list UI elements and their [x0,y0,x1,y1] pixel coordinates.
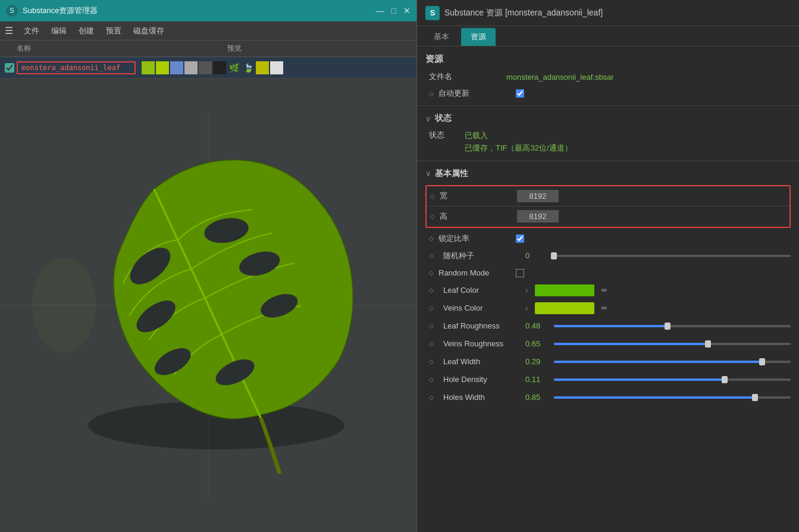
swatch-7 [256,61,269,74]
close-button[interactable]: ✕ [403,6,411,15]
leaf-roughness-thumb[interactable] [665,323,670,330]
height-input[interactable] [517,210,559,223]
hole-density-diamond: ◇ [429,376,434,383]
leaf-color-edit-icon[interactable]: ✏ [601,286,607,295]
holes-width-diamond: ◇ [429,394,434,400]
filename-row: 文件名 monstera_adansonii_leaf.sbsar [417,68,799,85]
menu-preset[interactable]: 预置 [101,23,126,39]
random-mode-diamond: ◇ [429,270,434,276]
veins-roughness-track[interactable] [554,343,791,345]
hole-density-track[interactable] [554,378,791,381]
tab-basic[interactable]: 基本 [424,28,459,46]
table-row[interactable]: monstera_adansonii_leaf 🌿 🍃 [0,57,416,79]
table-header: 名称 预览 [0,40,416,57]
leaf-width-row: ◇ Leaf Width 0.29 [417,353,799,371]
veins-color-swatch[interactable] [535,302,594,314]
status-line-2: 已缓存，TIF（最高32位/通道） [465,142,572,155]
swatch-1 [142,61,155,74]
status-line-1: 已载入 [465,130,572,142]
svg-point-11 [32,257,96,353]
leaf-roughness-value: 0.48 [525,321,549,330]
swatch-icon-1: 🌿 [227,61,240,74]
auto-update-checkbox[interactable] [516,89,524,98]
tab-resource[interactable]: 资源 [461,28,496,46]
width-diamond: ◇ [430,193,435,199]
viewport [0,79,416,532]
hole-density-row: ◇ Hole Density 0.11 [417,371,799,389]
basic-props-header[interactable]: ∨ 基本属性 [417,165,799,183]
veins-color-edit-icon[interactable]: ✏ [601,304,607,312]
swatch-3 [170,61,183,74]
maximize-button[interactable]: □ [391,6,396,15]
hole-density-thumb[interactable] [722,376,728,383]
leaf-width-fill [554,361,762,363]
random-seed-thumb[interactable] [551,252,557,259]
lock-ratio-checkbox[interactable] [516,234,524,243]
title-bar: S Substance资源管理器 — □ ✕ [0,0,416,21]
veins-color-diamond: ◇ [429,305,434,311]
preview-swatches: 🌿 🍃 [142,61,283,74]
basic-props-title: 基本属性 [435,168,468,179]
row-name: monstera_adansonii_leaf [17,61,136,74]
menu-disk-cache[interactable]: 磁盘缓存 [129,23,169,39]
height-row: ◇ 高 [427,206,789,227]
swatch-5 [199,61,212,74]
status-label: 状态 [429,130,465,140]
hamburger-icon[interactable]: ☰ [5,25,13,36]
left-panel: S Substance资源管理器 — □ ✕ ☰ 文件 编辑 创建 预置 磁盘缓… [0,0,416,532]
leaf-color-label: Leaf Color [443,286,521,295]
divider-2 [417,161,799,161]
height-label: 高 [440,211,517,222]
height-diamond: ◇ [430,213,435,220]
leaf-color-arrow-icon: › [525,286,528,295]
title-bar-left: S Substance资源管理器 [6,5,98,17]
random-seed-row: ◇ 随机种子 0 [417,247,799,265]
holes-width-label: Holes Width [443,393,521,402]
random-seed-diamond: ◇ [429,252,434,259]
swatch-2 [156,61,169,74]
hole-density-fill [554,378,725,381]
section-title-resource: 资源 [417,46,799,68]
holes-width-thumb[interactable] [752,394,758,401]
leaf-roughness-fill [554,325,668,327]
status-values: 已载入 已缓存，TIF（最高32位/通道） [465,130,572,155]
filename-label: 文件名 [429,71,506,82]
swatch-8 [270,61,283,74]
leaf-width-track[interactable] [554,361,791,363]
leaf-width-label: Leaf Width [443,357,521,366]
veins-roughness-thumb[interactable] [705,340,711,348]
leaf-roughness-track[interactable] [554,325,791,327]
menu-file[interactable]: 文件 [19,23,44,39]
window-controls: — □ ✕ [376,6,411,15]
leaf-width-thumb[interactable] [759,358,765,365]
width-input[interactable] [517,190,559,202]
status-arrow-icon: ∨ [425,114,431,123]
menu-create[interactable]: 创建 [74,23,99,39]
status-section-header[interactable]: ∨ 状态 [417,109,799,127]
leaf-color-swatch[interactable] [535,284,594,296]
dimension-highlighted-section: ◇ 宽 ◇ 高 [425,185,791,228]
holes-width-track[interactable] [554,396,791,399]
hole-density-value: 0.11 [525,375,549,384]
row-checkbox[interactable] [5,63,14,73]
app-title: Substance资源管理器 [23,5,98,16]
veins-color-row: ◇ Veins Color › ✏ [417,299,799,317]
divider-1 [417,105,799,106]
veins-roughness-row: ◇ Veins Roughness 0.65 [417,335,799,353]
right-panel: S Substance 资源 [monstera_adansonii_leaf]… [416,0,799,532]
lock-ratio-diamond: ◇ [429,235,434,242]
random-mode-checkbox[interactable] [516,269,524,277]
leaf-preview [0,79,416,532]
app-icon: S [6,5,18,17]
right-title-text: Substance 资源 [monstera_adansonii_leaf] [444,8,603,18]
substance-icon: S [425,6,440,20]
random-seed-track[interactable] [554,255,791,257]
menu-bar: ☰ 文件 编辑 创建 预置 磁盘缓存 [0,21,416,40]
holes-width-value: 0.85 [525,393,549,402]
width-label: 宽 [440,190,517,201]
menu-edit[interactable]: 编辑 [46,23,71,39]
leaf-roughness-row: ◇ Leaf Roughness 0.48 [417,317,799,335]
holes-width-fill [554,396,755,399]
minimize-button[interactable]: — [376,6,384,15]
tabs-bar: 基本 资源 [417,26,799,46]
